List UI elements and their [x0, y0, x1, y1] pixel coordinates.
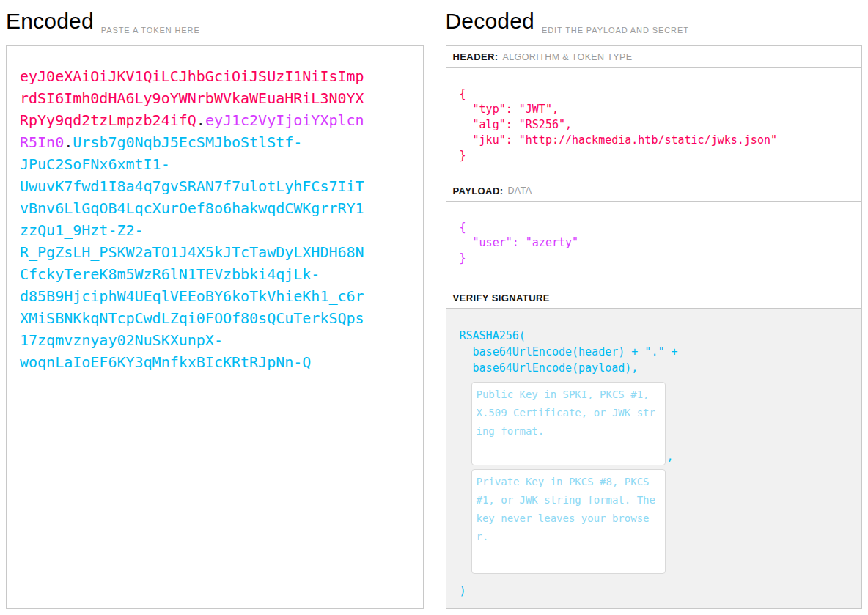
signature-close-paren: )	[460, 583, 849, 599]
header-section-title: HEADER: ALGORITHM & TOKEN TYPE	[446, 46, 862, 68]
public-key-row: ,	[460, 376, 849, 465]
encoded-title: Encoded	[6, 7, 94, 35]
decoded-hint: EDIT THE PAYLOAD AND SECRET	[542, 26, 689, 34]
header-json-editor[interactable]: { "typ": "JWT", "alg": "RS256", "jku": "…	[446, 68, 862, 180]
jwt-token-text: eyJ0eXAiOiJKV1QiLCJhbGciOiJSUzI1NiIsImpr…	[20, 65, 369, 373]
payload-section-label: PAYLOAD:	[453, 185, 504, 196]
decoded-column: Decoded EDIT THE PAYLOAD AND SECRET HEAD…	[446, 6, 863, 609]
encoded-header-row: Encoded PASTE A TOKEN HERE	[6, 6, 424, 45]
verify-signature-content: RSASHA256( base64UrlEncode(header) + "."…	[446, 309, 862, 608]
encoded-token-editor[interactable]: eyJ0eXAiOiJKV1QiLCJhbGciOiJSUzI1NiIsImpr…	[6, 45, 424, 609]
payload-json-editor[interactable]: { "user": "azerty" }	[446, 202, 862, 287]
jwt-debugger: Encoded PASTE A TOKEN HERE eyJ0eXAiOiJKV…	[6, 6, 862, 609]
token-separator-2: .	[64, 133, 73, 151]
private-key-input[interactable]	[471, 469, 666, 574]
header-section-sublabel: ALGORITHM & TOKEN TYPE	[503, 52, 633, 62]
verify-signature-title: VERIFY SIGNATURE	[446, 287, 862, 309]
payload-section-sublabel: DATA	[507, 185, 532, 196]
verify-signature-label: VERIFY SIGNATURE	[453, 292, 550, 303]
token-signature-segment: Ursb7g0NqbJ5EcSMJboStlStf-JPuC2SoFNx6xmt…	[20, 133, 364, 371]
signature-comma: ,	[667, 452, 674, 465]
payload-section-title: PAYLOAD: DATA	[446, 180, 862, 202]
encoded-column: Encoded PASTE A TOKEN HERE eyJ0eXAiOiJKV…	[6, 6, 424, 609]
decoded-title: Decoded	[446, 7, 535, 35]
header-section-label: HEADER:	[453, 51, 499, 62]
token-separator-1: .	[196, 111, 205, 129]
public-key-input[interactable]	[471, 382, 666, 465]
encoded-hint: PASTE A TOKEN HERE	[101, 26, 200, 34]
decoded-panel: HEADER: ALGORITHM & TOKEN TYPE { "typ": …	[446, 45, 863, 609]
decoded-header-row: Decoded EDIT THE PAYLOAD AND SECRET	[446, 6, 863, 45]
signature-algorithm-text: RSASHA256( base64UrlEncode(header) + "."…	[460, 328, 849, 376]
